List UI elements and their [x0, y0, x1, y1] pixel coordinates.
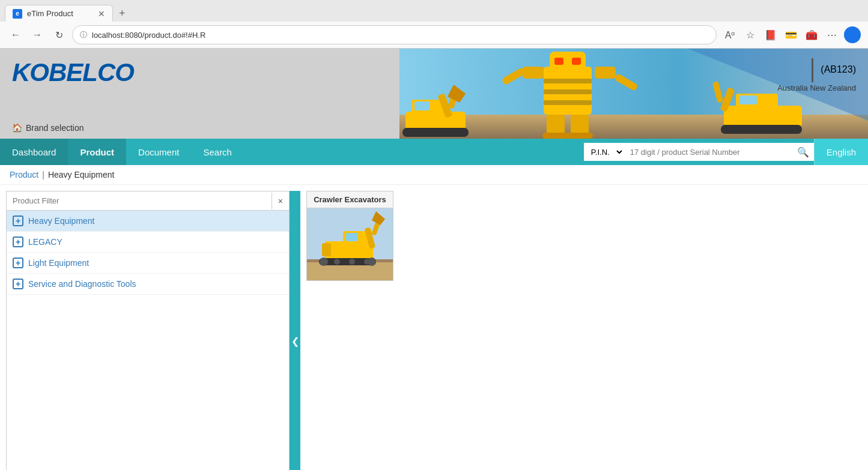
svg-rect-22 [402, 128, 469, 137]
tab-favicon: e [13, 9, 22, 19]
tab-title: eTim Product [27, 9, 73, 18]
browser-actions: Aᵅ ☆ 📕 💳 🧰 ⋯ [721, 26, 861, 43]
app-header: KOBELCO 🏠 Brand selection [0, 49, 868, 139]
svg-rect-11 [571, 115, 589, 136]
brand-selection-link[interactable]: 🏠 Brand selection [12, 123, 156, 133]
logo-text: KOBELCO [12, 58, 134, 87]
breadcrumb-current: Heavy Equipment [48, 170, 115, 179]
svg-rect-19 [414, 101, 429, 110]
product-filter-input[interactable] [7, 191, 272, 210]
extensions-button[interactable]: 🧰 [803, 26, 820, 43]
back-button[interactable]: ← [7, 26, 24, 43]
tree-panel: × + Heavy Equipment + LEGACY + Light Equ… [6, 191, 290, 470]
tree-item-heavy-equipment[interactable]: + Heavy Equipment [7, 211, 289, 232]
breadcrumb-separator: | [42, 170, 44, 179]
user-region: Australia New Zealand [770, 83, 856, 92]
svg-rect-6 [523, 67, 544, 79]
pin-select-wrapper: P.I.N. [584, 143, 624, 161]
svg-rect-44 [322, 243, 331, 256]
svg-rect-15 [544, 89, 592, 94]
active-tab[interactable]: e eTim Product ✕ [5, 5, 113, 22]
svg-rect-25 [739, 95, 757, 104]
header-left: KOBELCO 🏠 Brand selection [0, 49, 168, 139]
product-card-crawler-excavators[interactable]: Crawler Excavators [306, 191, 393, 281]
left-panel: × + Heavy Equipment + LEGACY + Light Equ… [6, 191, 300, 470]
right-panel: Crawler Excavators [300, 191, 862, 470]
home-icon: 🏠 [12, 123, 22, 133]
svg-rect-16 [544, 100, 592, 105]
nav-bar: Dashboard Product Document Search P.I.N.… [0, 139, 868, 165]
nav-search-area: P.I.N. 🔍 [584, 139, 814, 165]
svg-rect-4 [554, 58, 563, 65]
user-info: (AB123) Australia New Zealand [770, 58, 856, 93]
collapse-icon: ❮ [291, 336, 299, 347]
filter-bar: × [7, 191, 289, 211]
brand-selection-label: Brand selection [26, 123, 84, 133]
expand-service-diagnostic-icon[interactable]: + [13, 279, 23, 289]
svg-point-41 [349, 259, 355, 265]
collections-button[interactable]: 📕 [762, 26, 779, 43]
browser-controls: ← → ↻ ⓘ localhost:8080/product.do#!#H.R … [0, 22, 868, 48]
translate-button[interactable]: Aᵅ [721, 26, 738, 43]
filter-clear-button[interactable]: × [272, 193, 289, 209]
product-card-image [307, 208, 393, 280]
address-bar[interactable]: ⓘ localhost:8080/product.do#!#H.R [72, 25, 717, 44]
language-button[interactable]: English [814, 139, 868, 165]
tree-item-service-diagnostic[interactable]: + Service and Diagnostic Tools [7, 274, 289, 295]
address-text: localhost:8080/product.do#!#H.R [92, 31, 205, 40]
svg-rect-35 [346, 233, 358, 241]
expand-legacy-icon[interactable]: + [13, 237, 23, 247]
nav-dashboard[interactable]: Dashboard [0, 139, 68, 165]
tab-bar: e eTim Product ✕ + [0, 0, 868, 22]
breadcrumb-product-link[interactable]: Product [10, 170, 38, 179]
serial-search-button[interactable]: 🔍 [792, 143, 814, 161]
svg-point-39 [320, 258, 328, 266]
svg-rect-13 [566, 133, 593, 139]
wallet-button[interactable]: 💳 [783, 26, 800, 43]
new-tab-button[interactable]: + [115, 7, 129, 20]
svg-rect-12 [542, 133, 569, 139]
nav-search[interactable]: Search [191, 139, 244, 165]
expand-light-equipment-icon[interactable]: + [13, 258, 23, 268]
svg-point-40 [334, 259, 340, 265]
svg-rect-28 [721, 125, 802, 134]
refresh-button[interactable]: ↻ [50, 26, 67, 43]
collapse-panel-button[interactable]: ❮ [290, 191, 300, 470]
more-button[interactable]: ⋯ [824, 26, 840, 43]
tree-item-heavy-equipment-label: Heavy Equipment [28, 216, 95, 226]
kobelco-logo: KOBELCO [12, 58, 156, 87]
expand-heavy-equipment-icon[interactable]: + [13, 215, 23, 226]
favorites-button[interactable]: ☆ [742, 26, 759, 43]
product-card-title: Crawler Excavators [307, 191, 393, 208]
header-divider [812, 58, 813, 82]
serial-number-input[interactable] [624, 143, 792, 161]
tree-item-legacy[interactable]: + LEGACY [7, 232, 289, 253]
excavator-svg [307, 208, 393, 280]
nav-document[interactable]: Document [126, 139, 191, 165]
browser-chrome: e eTim Product ✕ + ← → ↻ ⓘ localhost:808… [0, 0, 868, 49]
user-id: (AB123) [821, 64, 856, 74]
tree-item-light-equipment-label: Light Equipment [28, 258, 89, 268]
svg-point-43 [368, 258, 376, 266]
tree-item-service-diagnostic-label: Service and Diagnostic Tools [28, 279, 136, 289]
svg-rect-3 [550, 52, 586, 79]
main-content: × + Heavy Equipment + LEGACY + Light Equ… [0, 185, 868, 470]
tree-item-legacy-label: LEGACY [28, 237, 62, 247]
svg-rect-10 [547, 115, 565, 136]
svg-rect-14 [544, 79, 592, 83]
forward-button[interactable]: → [29, 26, 46, 43]
tree-item-light-equipment[interactable]: + Light Equipment [7, 253, 289, 274]
svg-rect-23 [724, 106, 802, 127]
pin-select[interactable]: P.I.N. [584, 143, 624, 161]
svg-rect-7 [595, 67, 616, 79]
breadcrumb: Product | Heavy Equipment [0, 165, 868, 185]
svg-rect-5 [572, 58, 581, 65]
tab-close-button[interactable]: ✕ [98, 9, 105, 19]
address-secure-icon: ⓘ [80, 30, 87, 40]
app-wrapper: KOBELCO 🏠 Brand selection [0, 49, 868, 470]
nav-product[interactable]: Product [68, 139, 126, 165]
profile-button[interactable] [844, 26, 861, 43]
